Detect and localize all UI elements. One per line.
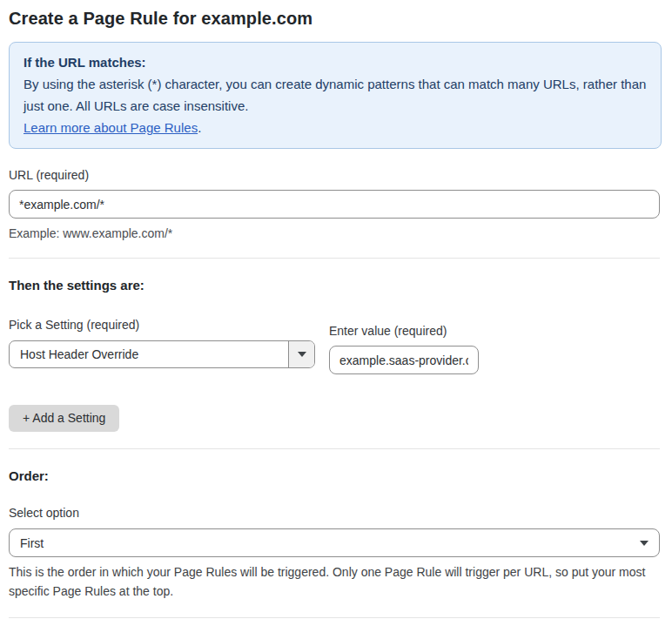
link-period: . (198, 120, 201, 135)
caret-down-icon (298, 352, 306, 357)
pick-setting-group: Pick a Setting (required) Host Header Ov… (9, 317, 315, 374)
enter-value-label: Enter value (required) (329, 323, 479, 339)
info-box-body: By using the asterisk (*) character, you… (24, 73, 647, 117)
divider (9, 617, 660, 618)
info-box-link-line: Learn more about Page Rules. (24, 117, 647, 138)
url-input[interactable] (9, 190, 660, 219)
settings-section-heading: Then the settings are: (9, 277, 662, 294)
setting-row: Pick a Setting (required) Host Header Ov… (9, 317, 662, 374)
divider (9, 448, 660, 449)
info-box-heading: If the URL matches: (24, 51, 647, 73)
url-match-info-box: If the URL matches: By using the asteris… (9, 42, 662, 149)
url-example-helper: Example: www.example.com/* (9, 225, 662, 241)
create-page-rule-form: Create a Page Rule for example.com If th… (0, 0, 672, 619)
add-setting-button[interactable]: + Add a Setting (9, 405, 119, 432)
url-label: URL (required) (9, 167, 662, 183)
url-field-group: URL (required) Example: www.example.com/… (9, 167, 662, 241)
setting-dropdown[interactable]: Host Header Override (9, 340, 315, 368)
caret-down-icon (640, 541, 648, 546)
setting-value-input[interactable] (329, 346, 479, 374)
order-select[interactable]: First (9, 528, 660, 557)
page-title: Create a Page Rule for example.com (9, 7, 662, 30)
learn-more-link[interactable]: Learn more about Page Rules (24, 120, 198, 135)
setting-dropdown-value: Host Header Override (10, 341, 288, 367)
order-select-value: First (20, 536, 640, 550)
enter-value-group: Enter value (required) (329, 323, 479, 374)
setting-dropdown-button[interactable] (288, 341, 314, 367)
order-section-heading: Order: (9, 468, 662, 485)
order-select-label: Select option (9, 505, 662, 521)
divider (9, 258, 660, 259)
order-helper-text: This is the order in which your Page Rul… (9, 562, 653, 601)
pick-setting-label: Pick a Setting (required) (9, 317, 315, 333)
